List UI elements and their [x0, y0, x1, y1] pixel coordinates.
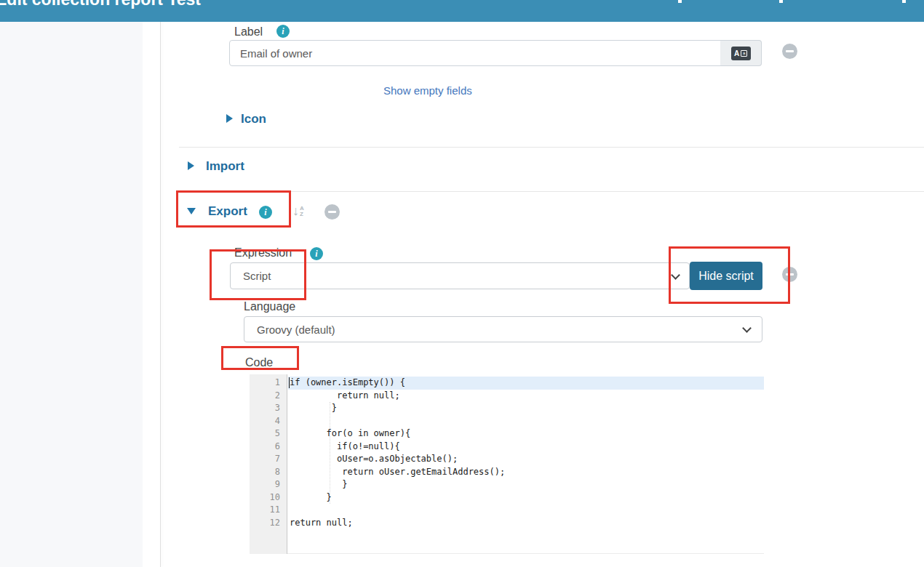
icon-section-collapse-icon[interactable] — [226, 114, 233, 123]
section-icon[interactable]: Icon — [241, 112, 266, 126]
translate-button[interactable]: Aa — [720, 40, 762, 66]
code-line: return null; — [288, 390, 764, 403]
code-line — [288, 415, 764, 428]
code-editor-gutter: 1 2 3 4 5 6 7 8 9 10 11 12 — [250, 374, 287, 554]
header-menu-icon[interactable] — [902, 0, 906, 3]
expression-info-icon[interactable]: i — [310, 247, 323, 260]
text-cursor — [289, 377, 290, 388]
page: Edit collection report Test Label i Aa S… — [0, 0, 924, 567]
chevron-down-icon — [742, 323, 752, 333]
annotation-highlight-export — [176, 190, 291, 228]
code-line: oUser=o.asObjectable(); — [288, 453, 764, 466]
page-title: Edit collection report Test — [0, 0, 201, 9]
app-header: Edit collection report Test — [0, 0, 924, 22]
label-field-label: Label — [234, 25, 263, 39]
code-line: } — [288, 491, 764, 504]
code-line: for(o in owner){ — [288, 427, 764, 441]
code-line: return null; — [288, 517, 764, 530]
label-input[interactable] — [229, 40, 721, 66]
section-import[interactable]: Import — [206, 159, 244, 174]
show-empty-fields-link[interactable]: Show empty fields — [383, 84, 472, 97]
translate-icon: Aa — [731, 47, 751, 60]
content-divider — [160, 22, 161, 567]
remove-export-button[interactable] — [324, 204, 340, 220]
divider — [179, 147, 924, 148]
language-select[interactable]: Groovy (default) — [244, 316, 762, 342]
import-section-collapse-icon[interactable] — [188, 161, 194, 170]
code-line: if(o!=null){ — [288, 441, 764, 454]
header-menu-icon[interactable] — [779, 0, 783, 3]
code-line: return oUser.getEmailAddress(); — [288, 466, 764, 479]
code-line-active: if (owner.isEmpty()) { — [288, 377, 764, 390]
remove-label-button[interactable] — [782, 44, 797, 59]
left-sidebar — [0, 22, 143, 567]
label-info-icon[interactable]: i — [276, 25, 290, 38]
annotation-highlight-hide-script — [669, 246, 790, 304]
code-line: } — [288, 478, 764, 491]
header-menu-icon[interactable] — [678, 0, 682, 3]
code-line — [288, 504, 764, 517]
language-selected-value: Groovy (default) — [257, 323, 335, 336]
language-label: Language — [244, 300, 295, 313]
code-line: } — [288, 402, 764, 415]
sort-alpha-icon[interactable]: ↓AZ — [292, 204, 304, 219]
annotation-highlight-code — [221, 346, 299, 370]
code-editor-text-area[interactable]: if (owner.isEmpty()) { return null; } fo… — [288, 374, 764, 554]
code-editor[interactable]: 1 2 3 4 5 6 7 8 9 10 11 12 if (owner.isE… — [250, 374, 764, 554]
annotation-highlight-expression — [210, 249, 306, 300]
